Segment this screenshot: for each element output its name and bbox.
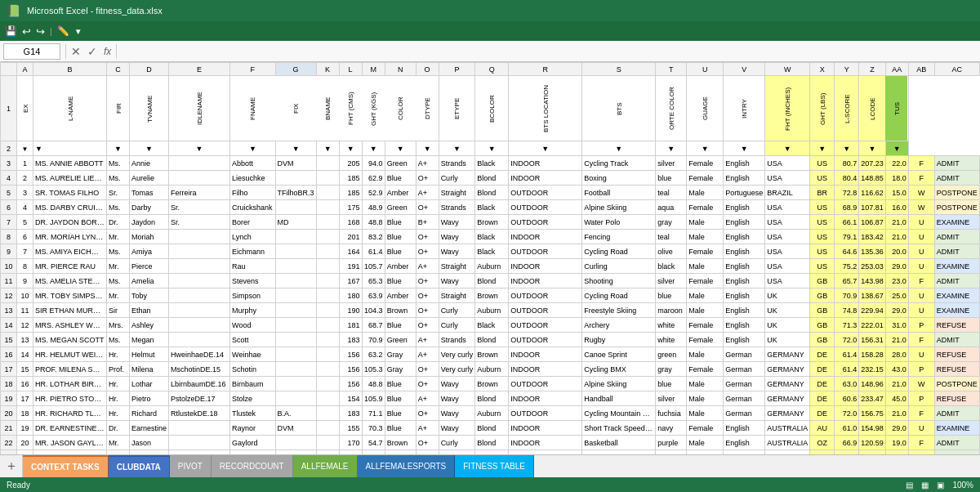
cell-1-guage[interactable]: GUAGE: [687, 76, 724, 141]
down-arrow-icon[interactable]: ▼: [74, 27, 82, 36]
cell-1-idlename[interactable]: IDLENAME: [169, 76, 230, 141]
col-hdr-N[interactable]: N: [385, 63, 416, 76]
col-hdr-O[interactable]: O: [416, 63, 439, 76]
cell-1-fir[interactable]: FIR: [107, 76, 130, 141]
col-hdr-AC[interactable]: AC: [934, 63, 979, 76]
tab-clubdata[interactable]: CLUBDATA: [109, 455, 170, 477]
cell-1-tvname[interactable]: TVNAME: [130, 76, 169, 141]
row-header: 4: [1, 171, 17, 186]
cell-1-fname[interactable]: FNAME: [230, 76, 276, 141]
cell-1-bname[interactable]: BNAME: [316, 76, 339, 141]
cell-1-fht[interactable]: FHT (CMS): [339, 76, 362, 141]
col-hdr-M[interactable]: M: [362, 63, 385, 76]
col-hdr-W[interactable]: W: [765, 63, 810, 76]
filter-ortecolor[interactable]: ▼: [656, 141, 687, 156]
col-hdr-T[interactable]: T: [656, 63, 687, 76]
filter-color[interactable]: ▼: [385, 141, 416, 156]
filter-tvname[interactable]: ▼: [130, 141, 169, 156]
tab-allfemalesports[interactable]: ALLFEMALESPORTS: [358, 455, 456, 477]
tab-recordcount[interactable]: RECORDCOUNT: [212, 455, 293, 477]
filter-fname[interactable]: ▼: [230, 141, 276, 156]
view-custom-icon[interactable]: ▣: [937, 481, 944, 490]
tab-fitness-table[interactable]: FITNESS TABLE: [455, 455, 534, 477]
col-hdr-K[interactable]: K: [316, 63, 339, 76]
add-sheet-btn[interactable]: ＋: [0, 455, 23, 477]
cell-1-bts[interactable]: BTS: [582, 76, 656, 141]
name-box[interactable]: [3, 43, 60, 60]
filter-idlename[interactable]: ▼: [169, 141, 230, 156]
cell-1-ght[interactable]: GHT (KGS): [362, 76, 385, 141]
col-hdr-AB[interactable]: AB: [908, 63, 934, 76]
cell-1-fix[interactable]: FIX: [275, 76, 316, 141]
filter-lscore[interactable]: ▼: [835, 141, 859, 156]
view-normal-icon[interactable]: ▤: [906, 481, 913, 490]
filter-bcolor[interactable]: ▼: [475, 141, 509, 156]
filter-bts[interactable]: ▼: [582, 141, 656, 156]
cell-1-btsloc[interactable]: BTS LOCATION: [509, 76, 582, 141]
col-hdr-C[interactable]: C: [107, 63, 130, 76]
col-hdr-V[interactable]: V: [724, 63, 765, 76]
col-hdr-Y[interactable]: Y: [835, 63, 859, 76]
col-hdr-Z[interactable]: Z: [859, 63, 886, 76]
cell-1-dtype[interactable]: DTYPE: [416, 76, 439, 141]
col-hdr-U[interactable]: U: [687, 63, 724, 76]
filter-lname[interactable]: ▼: [33, 141, 107, 156]
filter-btsloc[interactable]: ▼: [509, 141, 582, 156]
col-hdr-P[interactable]: P: [439, 63, 475, 76]
col-hdr-Q[interactable]: Q: [475, 63, 509, 76]
col-hdr-AA[interactable]: AA: [885, 63, 908, 76]
pencil-icon[interactable]: ✏️: [57, 25, 69, 37]
filter-fix[interactable]: ▼: [275, 141, 316, 156]
filter-ex[interactable]: ▼: [17, 141, 33, 156]
view-page-icon[interactable]: ▦: [921, 481, 929, 490]
col-hdr-A[interactable]: A: [17, 63, 33, 76]
confirm-icon[interactable]: ✓: [84, 45, 100, 58]
col-hdr-E[interactable]: E: [169, 63, 230, 76]
save-icon[interactable]: 💾: [5, 25, 17, 37]
table-row: 53SR. TOMAS FILHOSr.TomasFerreiraFilhoTF…: [1, 186, 980, 200]
filter-dtype[interactable]: ▼: [416, 141, 439, 156]
undo-arrow-icon[interactable]: ↩: [36, 25, 45, 38]
filter-tus[interactable]: ▼: [885, 141, 908, 156]
col-hdr-R[interactable]: R: [509, 63, 582, 76]
filter-lcode[interactable]: ▼: [859, 141, 886, 156]
col-hdr-D[interactable]: D: [130, 63, 169, 76]
tab-pivot[interactable]: PIVOT: [170, 455, 212, 477]
filter-fhtinches[interactable]: ▼: [765, 141, 810, 156]
tab-allfemale[interactable]: ALLFEMALE: [293, 455, 358, 477]
tab-context-tasks[interactable]: CONTEXT TASKS: [23, 455, 109, 477]
cell-1-intry[interactable]: INTRY: [724, 76, 765, 141]
col-hdr-X[interactable]: X: [810, 63, 835, 76]
cell-1-etype[interactable]: ETYPE: [439, 76, 475, 141]
fx-icon[interactable]: fx: [100, 46, 114, 57]
filter-ghtlbs[interactable]: ▼: [810, 141, 835, 156]
cell-1-ex[interactable]: EX: [17, 76, 33, 141]
filter-guage[interactable]: ▼: [687, 141, 724, 156]
filter-bname[interactable]: ▼: [316, 141, 339, 156]
cell-1-fhtinches[interactable]: FHT (INCHES): [765, 76, 810, 141]
cell-1-tus[interactable]: TUS: [885, 76, 908, 141]
header-row-1: 1 EX L-NAME FIR TVNAME IDLENAME FNAME FI…: [1, 76, 980, 141]
cell-1-color[interactable]: COLOR: [385, 76, 416, 141]
filter-fir[interactable]: ▼: [107, 141, 130, 156]
cell-1-bcolor[interactable]: BCOLOR: [475, 76, 509, 141]
filter-intry[interactable]: ▼: [724, 141, 765, 156]
filter-etype[interactable]: ▼: [439, 141, 475, 156]
col-hdr-S[interactable]: S: [582, 63, 656, 76]
filter-fht[interactable]: ▼: [339, 141, 362, 156]
filter-ght[interactable]: ▼: [362, 141, 385, 156]
col-hdr-L[interactable]: L: [339, 63, 362, 76]
formula-sep2: [116, 44, 117, 59]
formula-input[interactable]: [118, 45, 980, 58]
table-row: 119MS. AMELIA STEVENSMs.AmeliaStevens167…: [1, 274, 980, 288]
cell-1-lcode[interactable]: LCODE: [859, 76, 886, 141]
cancel-icon[interactable]: ✕: [68, 45, 84, 58]
cell-1-lname[interactable]: L-NAME: [33, 76, 107, 141]
undo-icon[interactable]: ↩: [22, 25, 31, 38]
col-hdr-F[interactable]: F: [230, 63, 276, 76]
cell-1-ortecolor[interactable]: ORTE COLOR: [656, 76, 687, 141]
cell-1-lscore[interactable]: L-SCORE: [835, 76, 859, 141]
col-hdr-B[interactable]: B: [33, 63, 107, 76]
col-hdr-G[interactable]: G: [275, 63, 316, 76]
cell-1-ghtlbs[interactable]: GHT (LBS): [810, 76, 835, 141]
